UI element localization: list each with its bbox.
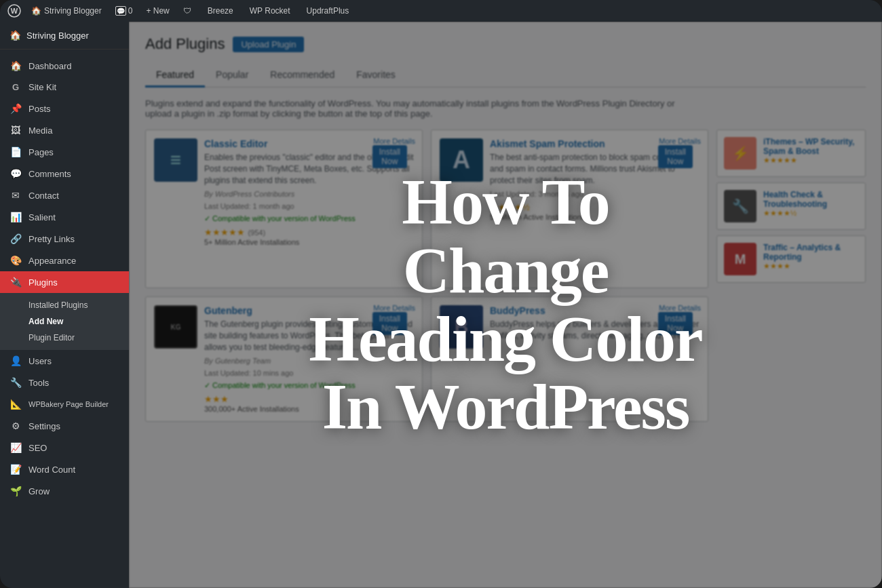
screen-bezel: W 🏠 Striving Blogger 💬 0 + New 🛡 Breeze … (0, 0, 882, 588)
adminbar-plugin-breeze[interactable]: Breeze (202, 3, 239, 18)
sidebar-item-comments[interactable]: 💬 Comments (0, 163, 129, 184)
sidebar-item-pages[interactable]: 📄 Pages (0, 141, 129, 163)
users-icon: 👤 (9, 355, 22, 366)
submenu-plugin-editor[interactable]: Plugin Editor (28, 330, 129, 346)
akismet-installs: 5+ Million Active Installations (490, 213, 699, 221)
pretty-links-icon: 🔗 (9, 233, 22, 244)
right-plugin-2-stars: ★★★★½ (763, 209, 858, 218)
appearance-icon: 🎨 (9, 255, 22, 266)
classic-editor-rating: (954) (248, 229, 265, 237)
classic-editor-install-btn[interactable]: Install Now (372, 145, 407, 168)
tab-popular[interactable]: Popular (205, 64, 259, 87)
gutenberg-installs: 300,000+ Active Installations (204, 405, 414, 413)
right-plugin-1-icon: ⚡ (724, 137, 756, 170)
gutenberg-install-btn[interactable]: Install Now (372, 312, 407, 335)
upload-plugin-button[interactable]: Upload Plugin (233, 37, 304, 52)
sidebar-tools-label: Tools (28, 378, 49, 388)
pages-icon: 📄 (9, 146, 22, 157)
sidebar-word-count-label: Word Count (28, 465, 75, 475)
classic-editor-stars: ★★★★★ (204, 227, 245, 237)
wp-content-background: Add Plugins Upload Plugin Featured Popul… (129, 22, 882, 588)
tab-recommended[interactable]: Recommended (259, 64, 345, 87)
sidebar-item-word-count[interactable]: 📝 Word Count (0, 458, 129, 480)
akismet-details-link[interactable]: More Details (659, 137, 701, 145)
plugin-list-item-2: 🔧 Health Check & Troubleshooting ★★★★½ (716, 182, 866, 230)
buddypress-details-link[interactable]: More Details (659, 304, 701, 312)
salient-icon: 📊 (9, 212, 22, 222)
adminbar-new[interactable]: + New (140, 3, 174, 18)
sidebar-item-wpbakery[interactable]: 📐 WPBakery Page Builder (0, 393, 129, 415)
right-plugin-3-name: Traffic – Analytics & Reporting (763, 243, 858, 262)
sidebar-appearance-label: Appearance (28, 256, 76, 266)
page-title: Add Plugins (145, 35, 225, 53)
sidebar-item-appearance[interactable]: 🎨 Appearance (0, 250, 129, 271)
classic-editor-updated: Last Updated: 1 month ago (204, 202, 414, 210)
sidebar-item-pretty-links[interactable]: 🔗 Pretty Links (0, 228, 129, 250)
tab-featured[interactable]: Featured (145, 64, 205, 87)
right-plugin-1-name: iThemes – WP Security, Spam & Boost (763, 137, 858, 156)
buddypress-install-btn[interactable]: Install Now (658, 312, 693, 335)
new-label: + New (146, 6, 169, 16)
sidebar-item-salient[interactable]: 📊 Salient (0, 206, 129, 228)
wp-logo-icon[interactable]: W (5, 2, 23, 20)
classic-editor-details-link[interactable]: More Details (373, 137, 415, 145)
akismet-stars: ★★★★½ (490, 202, 530, 212)
word-count-icon: 📝 (9, 464, 22, 475)
wp-layout: 🏠 Striving Blogger 🏠 Dashboard G Site Ki… (0, 22, 882, 588)
plugins-icon: 🔌 (9, 277, 22, 288)
sidebar-item-seo[interactable]: 📈 SEO (0, 437, 129, 458)
sidebar-item-dashboard[interactable]: 🏠 Dashboard (0, 55, 129, 77)
sidebar-comments-label: Comments (28, 169, 71, 179)
tab-favorites[interactable]: Favorites (345, 64, 406, 87)
adminbar-plugins: Breeze WP Rocket UpdraftPlus (202, 3, 355, 18)
sidebar: 🏠 Striving Blogger 🏠 Dashboard G Site Ki… (0, 22, 129, 588)
classic-editor-compat: ✓ Compatible with your version of WordPr… (204, 214, 414, 223)
sidebar-site-name[interactable]: 🏠 Striving Blogger (0, 22, 129, 50)
sidebar-item-plugins[interactable]: 🔌 Plugins (0, 271, 129, 293)
akismet-updated: Last Updated: 3 months ago (490, 190, 699, 198)
submenu-add-new[interactable]: Add New (28, 313, 129, 330)
buddypress-icon: B (440, 305, 483, 349)
plugin-list-item-3: M Traffic – Analytics & Reporting ★★★★ (716, 235, 866, 283)
sidebar-wpbakery-label: WPBakery Page Builder (28, 400, 109, 408)
adminbar-site[interactable]: 🏠 Striving Blogger (26, 3, 107, 18)
sidebar-item-sitekit[interactable]: G Site Kit (0, 77, 129, 98)
sidebar-item-grow[interactable]: 🌱 Grow (0, 480, 129, 502)
sidebar-item-users[interactable]: 👤 Users (0, 350, 129, 372)
dashboard-icon: 🏠 (9, 60, 22, 71)
plugin-card-akismet: A Akismet Spam Protection The best anti-… (431, 130, 708, 288)
gutenberg-updated: Last Updated: 10 mins ago (204, 369, 414, 377)
adminbar-comments[interactable]: 💬 0 (110, 3, 138, 18)
sidebar-site-label: Striving Blogger (26, 31, 89, 41)
gutenberg-compat: ✓ Compatible with your version of WordPr… (204, 381, 414, 390)
sidebar-item-tools[interactable]: 🔧 Tools (0, 372, 129, 393)
sidebar-pretty-links-label: Pretty Links (28, 234, 75, 244)
classic-editor-installs: 5+ Million Active Installations (204, 238, 414, 246)
sidebar-item-posts[interactable]: 📌 Posts (0, 98, 129, 119)
media-icon: 🖼 (9, 125, 22, 136)
sidebar-item-media[interactable]: 🖼 Media (0, 119, 129, 141)
posts-icon: 📌 (9, 103, 22, 114)
plugin-card-gutenberg: KG Gutenberg The Gutenberg plugin provid… (145, 296, 423, 422)
plugins-tabs: Featured Popular Recommended Favorites (145, 64, 866, 87)
grow-icon: 🌱 (9, 486, 22, 496)
adminbar-plugin-updraftplus[interactable]: UpdraftPlus (301, 3, 355, 18)
akismet-install-btn[interactable]: Install Now (658, 145, 693, 168)
sidebar-item-contact[interactable]: ✉ Contact (0, 184, 129, 206)
sidebar-settings-label: Settings (28, 421, 60, 431)
classic-editor-icon: ≡ (154, 138, 197, 182)
sidebar-item-settings[interactable]: ⚙ Settings (0, 415, 129, 437)
tools-icon: 🔧 (9, 377, 22, 388)
house-icon: 🏠 (9, 30, 21, 41)
adminbar-shield[interactable]: 🛡 (178, 3, 197, 18)
gutenberg-details-link[interactable]: More Details (373, 304, 415, 312)
admin-bar: W 🏠 Striving Blogger 💬 0 + New 🛡 Breeze … (0, 0, 882, 22)
plugins-submenu: Installed Plugins Add New Plugin Editor (0, 293, 129, 350)
sidebar-plugins-label: Plugins (28, 277, 58, 288)
sitekit-icon: G (9, 82, 22, 92)
adminbar-plugin-wprocket[interactable]: WP Rocket (244, 3, 296, 18)
right-plugin-3-stars: ★★★★ (763, 262, 858, 271)
content-area: Add Plugins Upload Plugin Featured Popul… (129, 22, 882, 588)
submenu-installed-plugins[interactable]: Installed Plugins (28, 297, 129, 313)
gutenberg-stars: ★★★ (204, 394, 229, 404)
